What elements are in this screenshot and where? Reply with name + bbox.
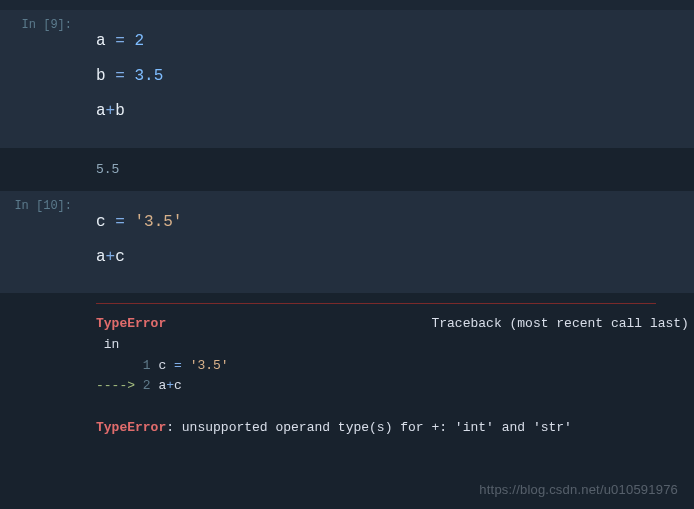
error-divider (96, 303, 656, 304)
traceback-line-1: 1 c = '3.5' (96, 356, 689, 377)
traceback-output: TypeError Traceback (most recent call la… (80, 293, 694, 455)
output-cell-2: TypeError Traceback (most recent call la… (0, 293, 694, 455)
top-spacer (0, 0, 694, 10)
code-input-2[interactable]: c = '3.5'a+c (80, 191, 694, 293)
code-input-1[interactable]: a = 2b = 3.5a+b (80, 10, 694, 148)
code-output-1: 5.5 (80, 148, 694, 191)
code-cell-2: In [10]: c = '3.5'a+c (0, 191, 694, 293)
traceback-blank (96, 397, 689, 418)
output-cell-1: 5.5 (0, 148, 694, 191)
input-prompt-2: In [10]: (0, 191, 80, 293)
traceback-location: in (96, 335, 689, 356)
code-lines-2: c = '3.5'a+c (96, 205, 678, 275)
traceback-line-2: ----> 2 a+c (96, 376, 689, 397)
code-cell-1: In [9]: a = 2b = 3.5a+b (0, 10, 694, 148)
input-prompt-1: In [9]: (0, 10, 80, 148)
code-lines-1: a = 2b = 3.5a+b (96, 24, 678, 130)
output-prompt-spacer-1 (0, 148, 80, 191)
traceback-final: TypeError: unsupported operand type(s) f… (96, 418, 689, 439)
traceback-header: TypeError Traceback (most recent call la… (96, 314, 689, 335)
output-text-1: 5.5 (96, 162, 678, 177)
output-prompt-spacer-2 (0, 293, 80, 455)
watermark: https://blog.csdn.net/u010591976 (479, 482, 678, 497)
